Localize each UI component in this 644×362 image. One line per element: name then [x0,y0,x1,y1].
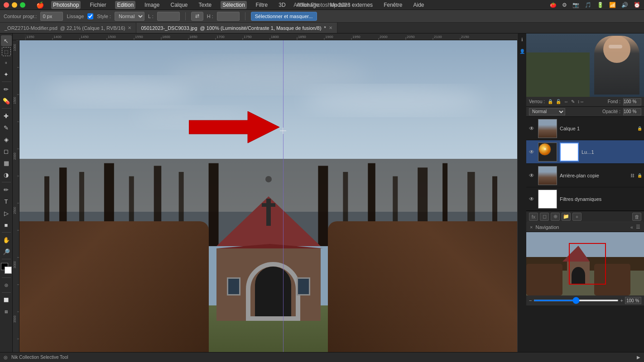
tool-eyedropper[interactable]: 💊 [1,95,12,106]
tool-quickmask[interactable]: ◎ [1,280,12,291]
layers-fx-btn[interactable]: fx [529,213,538,221]
menu-calque[interactable]: Calque [168,1,189,9]
tool-brush[interactable]: ✎ [1,122,12,133]
status-arrow-btn[interactable]: ▶ [637,355,640,360]
menu-aide[interactable]: Aide [411,1,426,9]
tool-gradient[interactable]: ▦ [1,157,12,168]
style-select[interactable]: Normal Fixe Ratio [115,12,144,21]
tool-pen[interactable]: ✏ [1,184,12,195]
tool-shape[interactable]: ■ [1,219,12,230]
svg-text:1450: 1450 [81,35,89,39]
layers-adj-btn[interactable]: ⊕ [551,213,560,221]
tabs-row: _ORZ2710-Modifier.psd @ 22,1% (Calque 1,… [0,23,644,33]
thumb-filtre-img [538,190,557,208]
layer-row-lum[interactable]: 👁 ☀ Lu...1 [526,140,644,164]
tool-heal[interactable]: ✚ [1,110,12,121]
layers-delete-btn[interactable]: 🗑 [632,213,641,221]
l-input[interactable] [157,12,180,21]
right-panel-container: ℹ 👤 [517,33,644,352]
menu-fenetre[interactable]: Fenêtre [382,1,404,9]
tab-2-close[interactable]: ✕ [329,25,332,30]
tool-magic-wand[interactable]: ✦ [1,69,12,80]
tool-artboard[interactable]: ⊞ [1,306,12,317]
layers-group-btn[interactable]: 📁 [562,213,571,221]
tool-hand[interactable]: ✋ [1,234,12,245]
layers-add-mask-btn[interactable]: ◻ [540,213,549,221]
menu-edition[interactable]: Edition [115,1,135,9]
layer-row-calque1[interactable]: 👁 Calque 1 🔒 [526,117,644,140]
user-icon[interactable]: 👤 [518,47,526,55]
lock-icon-3[interactable]: ↔ [564,99,568,104]
zoom-minus-btn[interactable]: − [529,298,532,303]
guideline-vertical [283,40,284,352]
opacity-input[interactable] [623,108,641,115]
layer-row-filtres[interactable]: 👁 Filtres dynamiques [526,187,644,211]
tool-colors[interactable] [1,263,12,274]
layer-name-lum: Lu...1 [582,149,642,155]
lock-icon-2[interactable]: 🔓 [556,99,561,104]
layer-eye-filtres[interactable]: 👁 [528,195,535,203]
layer-eye-arriere[interactable]: 👁 [528,172,535,179]
layer-eye-calque1[interactable]: 👁 [528,125,535,132]
menu-3d[interactable]: 3D [277,1,287,9]
window-left [227,277,240,295]
swap-btn[interactable]: ⇄ [191,12,203,21]
nav-preview[interactable] [526,232,644,295]
tool-zoom[interactable]: 🔎 [1,246,12,257]
menu-fichier[interactable]: Fichier [88,1,108,9]
fond-input[interactable] [623,98,641,105]
tool-move[interactable]: ↖ [1,35,12,46]
tab-2[interactable]: 05012023-_DSC9033.jpg @ 100% (Luminosité… [136,23,337,33]
svg-text:2000: 2000 [380,35,388,39]
h-input[interactable] [217,12,240,21]
canvas-area[interactable] [19,40,517,352]
layers-mode-row: Normal Fondu Produit Opacité : [526,107,644,117]
hedge-left [19,221,209,352]
svg-text:1650: 1650 [189,35,197,39]
menu-selection[interactable]: Sélection [221,1,246,9]
menu-image[interactable]: Image [143,1,161,9]
nav-close-btn[interactable]: × [530,224,533,230]
info-icon[interactable]: ℹ [518,35,526,43]
lissage-checkbox[interactable] [87,12,93,21]
webcam-video [526,33,644,97]
layer-eye-lum[interactable]: 👁 [528,148,535,156]
tool-screen-mode[interactable]: ⬜ [1,295,12,305]
tool-select-rect[interactable]: ⬚ [2,47,11,56]
tool-text[interactable]: T [1,196,12,207]
tool-clone[interactable]: ◈ [1,134,12,145]
nav-collapse-btn[interactable]: « [630,224,633,230]
arch-surround [246,262,300,321]
tab-1-close[interactable]: ✕ [128,25,131,30]
layers-new-btn[interactable]: + [572,213,582,221]
minimize-button[interactable] [12,2,17,8]
lock-icon-1[interactable]: 🔒 [548,99,553,104]
menu-filtre[interactable]: Filtre [254,1,270,9]
menu-texte[interactable]: Texte [197,1,214,9]
svg-text:1350: 1350 [26,35,34,39]
svg-text:2100: 2100 [434,35,442,39]
separator-tools-3 [2,182,11,182]
tab-2-name: 05012023-_DSC9033.jpg [141,25,197,31]
background-color[interactable] [5,267,12,274]
tool-lasso[interactable]: ▫ [1,57,12,68]
zoom-plus-btn[interactable]: + [620,298,623,303]
close-button[interactable] [4,2,9,8]
tool-path[interactable]: ▷ [1,208,12,219]
svg-text:1500: 1500 [13,97,16,104]
select-mask-btn[interactable]: Sélectionner et masquer... [251,12,317,21]
blend-mode-select[interactable]: Normal Fondu Produit [529,108,565,115]
zoom-slider[interactable] [533,300,618,301]
status-tool-label: Nik Collection Selective Tool [11,355,68,360]
zoom-value-input[interactable]: 100 % [625,297,641,304]
tab-1[interactable]: _ORZ2710-Modifier.psd @ 22,1% (Calque 1,… [0,23,136,33]
menu-photoshop[interactable]: Photoshop [51,1,81,9]
tool-eraser[interactable]: ◻ [1,146,12,157]
lock-icon-4[interactable]: ✎ [571,99,575,104]
nav-menu-btn[interactable]: ☰ [636,224,640,230]
tool-dodge[interactable]: ◑ [1,169,12,180]
layer-row-arriere[interactable]: 👁 Arrière-plan copie ⛓ 🔒 [526,164,644,187]
tool-crop[interactable]: ✏ [1,84,12,95]
maximize-button[interactable] [20,2,25,8]
contour-input[interactable] [40,12,63,21]
